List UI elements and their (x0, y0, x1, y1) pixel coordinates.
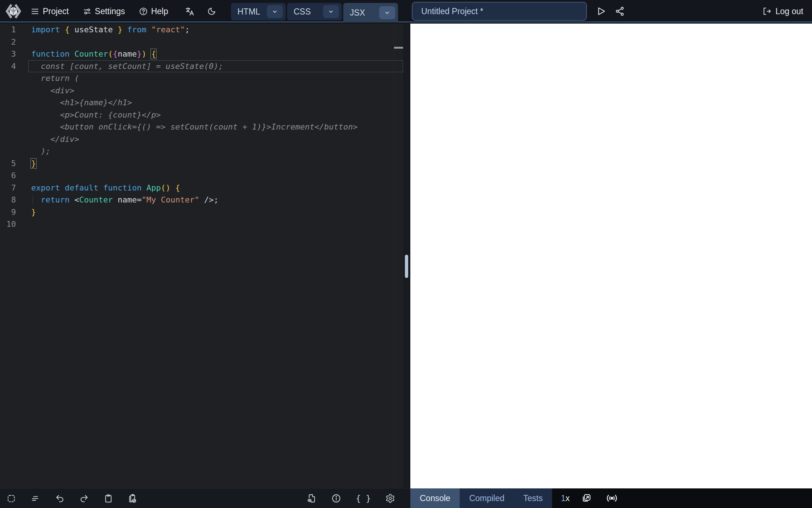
code-line[interactable]: 6 (0, 169, 403, 182)
code-line[interactable]: 2 (0, 36, 403, 48)
overview-ruler-cursor-marker (394, 47, 403, 49)
pane-resize-divider[interactable] (403, 24, 410, 488)
tab-console-label: Console (420, 493, 450, 503)
line-number (0, 133, 16, 146)
settings-icon[interactable] (385, 493, 395, 503)
code-line[interactable]: 9} (0, 206, 403, 218)
line-number: 9 (0, 206, 16, 218)
overview-ruler (394, 24, 394, 488)
tab-compiled-label: Compiled (469, 493, 504, 503)
console-tab-strip: Compiled Tests (460, 488, 552, 508)
clipboard-minus-icon[interactable] (128, 494, 137, 503)
align-left-icon[interactable] (31, 494, 40, 503)
tab-jsx-label: JSX (350, 8, 365, 18)
chevron-down-icon[interactable] (379, 6, 395, 19)
code-line[interactable]: <div> (0, 85, 403, 97)
tab-css[interactable]: CSS (287, 3, 342, 20)
tab-tests-label: Tests (523, 493, 543, 503)
code-text: return <Counter name="My Counter" />; (31, 194, 219, 206)
code-playground-app: Project Settings Help (0, 0, 812, 508)
open-window-icon[interactable] (581, 493, 592, 504)
code-text: export default function App() { (31, 182, 180, 194)
sliders-icon (83, 7, 92, 16)
logout-button[interactable]: Log out (762, 0, 803, 22)
help-icon (139, 7, 148, 16)
code-editor[interactable]: 1import { useState } from "react";23func… (0, 24, 403, 488)
code-line[interactable]: 10 (0, 218, 403, 230)
code-text: } (31, 157, 36, 170)
info-icon[interactable] (331, 493, 341, 503)
code-line[interactable]: ); (0, 145, 403, 157)
code-text: <div> (31, 85, 74, 97)
menu-settings-label: Settings (95, 7, 125, 16)
menu-help[interactable]: Help (139, 7, 168, 16)
code-text: ); (31, 145, 50, 157)
tab-jsx[interactable]: JSX (343, 3, 398, 22)
code-line[interactable]: 3function Counter({name}) { (0, 48, 403, 60)
code-text: import { useState } from "react"; (31, 24, 190, 36)
menu-settings[interactable]: Settings (83, 7, 125, 16)
redo-icon[interactable] (79, 494, 89, 503)
playback-speed-button[interactable]: 1x (561, 493, 569, 503)
editor-toolbar-right: { } (307, 493, 410, 503)
code-line[interactable]: <button onClick={() => setCount(count + … (0, 121, 403, 133)
play-icon[interactable] (595, 6, 606, 17)
braces-icon[interactable]: { } (356, 494, 371, 503)
undo-icon[interactable] (55, 494, 65, 503)
line-number: 3 (0, 48, 16, 60)
file-link-icon[interactable] (307, 493, 317, 503)
tab-compiled[interactable]: Compiled (460, 488, 514, 508)
chevron-down-icon[interactable] (267, 5, 283, 18)
tab-tests[interactable]: Tests (514, 488, 552, 508)
chevron-down-icon[interactable] (323, 5, 339, 18)
menu-project-label: Project (43, 7, 69, 16)
share-icon[interactable] (615, 6, 625, 16)
tab-console[interactable]: Console (410, 488, 460, 508)
line-number: 8 (0, 194, 16, 206)
line-number (0, 145, 16, 157)
box-select-icon[interactable] (7, 494, 16, 503)
code-text: <h1>{name}</h1> (31, 97, 132, 109)
speed-value: 1 (561, 493, 566, 503)
translate-icon[interactable] (185, 7, 195, 16)
code-line[interactable]: 5} (0, 157, 403, 170)
preview-pane[interactable] (410, 24, 812, 488)
line-number (0, 72, 16, 85)
menu-project[interactable]: Project (30, 7, 69, 16)
app-logo-icon[interactable] (5, 3, 22, 20)
code-text: function Counter({name}) { (31, 48, 156, 60)
moon-icon[interactable] (207, 7, 216, 16)
preview-status-bar: Console Compiled Tests 1x (410, 488, 812, 508)
code-line[interactable]: 1import { useState } from "react"; (0, 24, 403, 36)
code-text: } (31, 206, 36, 218)
line-number: 4 (0, 60, 16, 73)
project-name-input[interactable] (412, 2, 587, 21)
code-line[interactable]: return ( (0, 72, 403, 85)
line-number: 1 (0, 24, 16, 36)
logout-label: Log out (775, 7, 803, 16)
run-share-group (595, 0, 625, 22)
line-number: 10 (0, 218, 16, 230)
clipboard-icon[interactable] (104, 494, 113, 503)
code-text: </div> (31, 133, 79, 146)
code-line[interactable]: <h1>{name}</h1> (0, 97, 403, 109)
code-text: const [count, setCount] = useState(0); (31, 60, 223, 73)
code-lines: 1import { useState } from "react";23func… (0, 24, 403, 230)
code-line[interactable]: </div> (0, 133, 403, 146)
editor-tab-bar: HTML CSS JSX (231, 3, 398, 22)
code-line[interactable]: 8 return <Counter name="My Counter" />; (0, 194, 403, 206)
line-number: 2 (0, 36, 16, 48)
broadcast-icon[interactable] (606, 492, 618, 504)
code-line[interactable]: <p>Count: {count}</p> (0, 109, 403, 121)
line-number: 7 (0, 182, 16, 194)
code-line[interactable]: 4 const [count, setCount] = useState(0); (0, 60, 403, 73)
tab-html[interactable]: HTML (231, 3, 286, 20)
tab-html-label: HTML (237, 7, 260, 17)
code-line[interactable]: 7export default function App() { (0, 182, 403, 194)
pane-resize-handle[interactable] (405, 255, 408, 278)
line-number (0, 121, 16, 133)
menu-icon (30, 7, 40, 16)
editor-status-bar: { } (0, 488, 410, 508)
line-number (0, 109, 16, 121)
editor-toolbar-left (0, 494, 137, 503)
